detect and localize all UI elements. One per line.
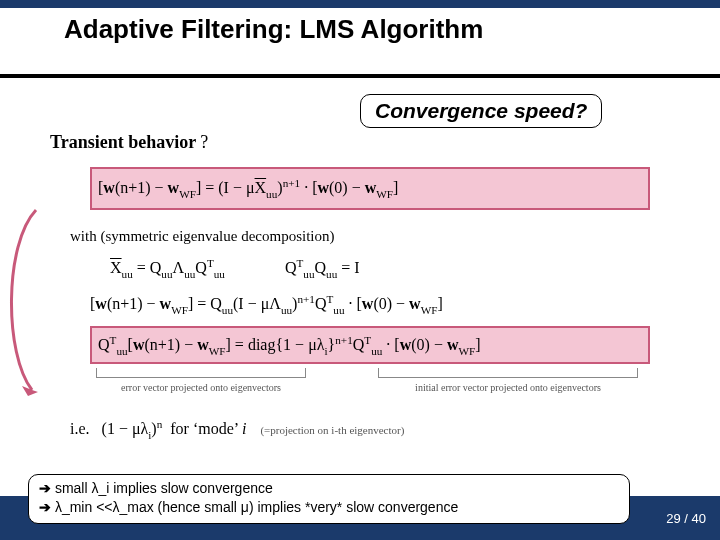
slide: Adaptive Filtering: LMS Algorithm Conver… [0, 0, 720, 540]
heading-text: Transient behavior [50, 132, 196, 152]
arrow-right-icon: ➔ [39, 480, 51, 496]
footer-callout: ➔ small λ_i implies slow convergence ➔ λ… [28, 474, 630, 524]
section-heading: Transient behavior ? [50, 132, 690, 153]
page-total: 40 [692, 511, 706, 526]
page-current: 29 [666, 511, 680, 526]
arrow-right-icon: ➔ [39, 499, 51, 515]
brace-left-text: error vector projected onto eigenvectors [96, 382, 306, 393]
footer-line-2: ➔ λ_min <<λ_max (hence small μ) implies … [39, 498, 619, 517]
heading-mark: ? [200, 132, 208, 152]
ie-prefix: i.e. [70, 420, 90, 437]
equation-box-2: QTuu[w(n+1) − wWF] = diag{1 − μλi}n+1QTu… [90, 326, 650, 365]
page-number: 29 / 40 [666, 511, 706, 526]
content-area: Transient behavior ? [w(n+1) − wWF] = (I… [50, 132, 690, 441]
ie-line: i.e. (1 − μλi)n for ‘mode’ i (=projectio… [70, 418, 690, 441]
equation-row: Xuu = QuuΛuuQTuu QTuuQuu = I [110, 257, 650, 280]
eq-orthonormal: QTuuQuu = I [285, 257, 360, 280]
callout-convergence: Convergence speed? [360, 94, 602, 128]
equation-box-1: [w(n+1) − wWF] = (I − μXuu)n+1 · [w(0) −… [90, 167, 650, 210]
brace-right-text: initial error vector projected onto eige… [378, 382, 638, 393]
eq-decomposition: Xuu = QuuΛuuQTuu [110, 257, 225, 280]
page-title: Adaptive Filtering: LMS Algorithm [0, 8, 720, 78]
ie-note: (=projection on i-th eigenvector) [260, 424, 404, 436]
equation-2: [w(n+1) − wWF] = Quu(I − μΛuu)n+1QTuu · … [90, 293, 650, 316]
brace-labels: error vector projected onto eigenvectors… [90, 372, 650, 412]
curved-arrow-icon [0, 204, 42, 404]
brace-right-line [378, 368, 638, 378]
brace-left-line [96, 368, 306, 378]
with-line: with (symmetric eigenvalue decomposition… [70, 228, 690, 245]
footer-line-1: ➔ small λ_i implies slow convergence [39, 479, 619, 498]
